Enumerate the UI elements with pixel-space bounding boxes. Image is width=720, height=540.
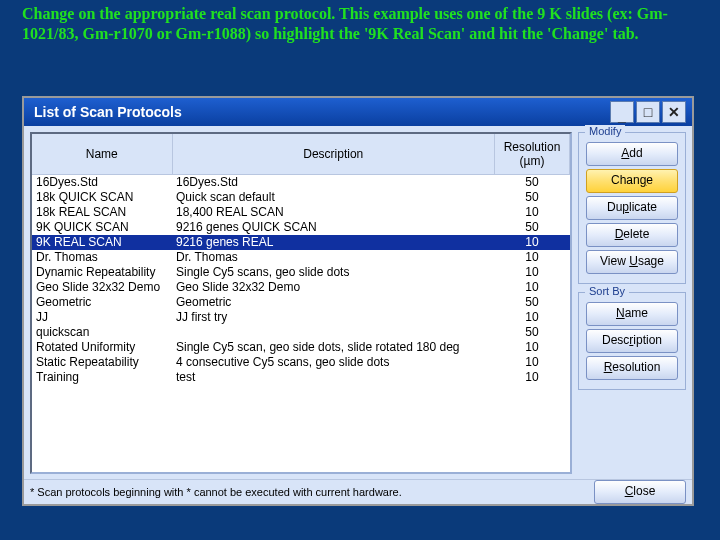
col-header-resolution[interactable]: Resolution (µm) — [495, 134, 570, 175]
table-row[interactable]: 9K QUICK SCAN9216 genes QUICK SCAN50 — [32, 220, 570, 235]
cell-description: Dr. Thomas — [172, 250, 495, 265]
cell-name: Dynamic Repeatability — [32, 265, 172, 280]
cell-description: 9216 genes REAL — [172, 235, 495, 250]
footer: * Scan protocols beginning with * cannot… — [24, 479, 692, 504]
cell-name: Rotated Uniformity — [32, 340, 172, 355]
cell-name: Dr. Thomas — [32, 250, 172, 265]
cell-description: Single Cy5 scans, geo slide dots — [172, 265, 495, 280]
cell-description: 16Dyes.Std — [172, 175, 495, 191]
cell-resolution: 10 — [495, 340, 570, 355]
protocol-list[interactable]: Name Description Resolution (µm) 16Dyes.… — [30, 132, 572, 474]
sort-resolution-button[interactable]: Resolution — [586, 356, 678, 380]
table-row[interactable]: Dr. ThomasDr. Thomas10 — [32, 250, 570, 265]
maximize-button[interactable]: □ — [636, 101, 660, 123]
cell-name: quickscan — [32, 325, 172, 340]
instruction-text: Change on the appropriate real scan prot… — [0, 0, 720, 50]
cell-description: 4 consecutive Cy5 scans, geo slide dots — [172, 355, 495, 370]
table-row[interactable]: quickscan50 — [32, 325, 570, 340]
close-icon: ✕ — [668, 105, 680, 119]
window-buttons: _ □ ✕ — [610, 101, 686, 123]
table-row[interactable]: 9K REAL SCAN9216 genes REAL10 — [32, 235, 570, 250]
cell-resolution: 50 — [495, 220, 570, 235]
cell-resolution: 50 — [495, 295, 570, 310]
cell-description: Quick scan default — [172, 190, 495, 205]
cell-resolution: 10 — [495, 265, 570, 280]
table-row[interactable]: 18k REAL SCAN18,400 REAL SCAN10 — [32, 205, 570, 220]
table-row[interactable]: GeometricGeometric50 — [32, 295, 570, 310]
cell-description: 18,400 REAL SCAN — [172, 205, 495, 220]
close-window-button[interactable]: ✕ — [662, 101, 686, 123]
duplicate-button[interactable]: Duplicate — [586, 196, 678, 220]
col-header-name[interactable]: Name — [32, 134, 172, 175]
cell-resolution: 10 — [495, 235, 570, 250]
cell-name: Geometric — [32, 295, 172, 310]
table-row[interactable]: Geo Slide 32x32 DemoGeo Slide 32x32 Demo… — [32, 280, 570, 295]
sort-by-group: Sort By Name Description Resolution — [578, 292, 686, 390]
modify-group-title: Modify — [585, 125, 625, 137]
sort-by-title: Sort By — [585, 285, 629, 297]
cell-resolution: 10 — [495, 280, 570, 295]
cell-resolution: 10 — [495, 355, 570, 370]
cell-description: Single Cy5 scan, geo side dots, slide ro… — [172, 340, 495, 355]
cell-name: 18k REAL SCAN — [32, 205, 172, 220]
protocol-table: Name Description Resolution (µm) 16Dyes.… — [32, 134, 570, 385]
side-panel: Modify Add Change Duplicate Delete View … — [578, 132, 686, 474]
cell-description — [172, 325, 495, 340]
cell-description: Geo Slide 32x32 Demo — [172, 280, 495, 295]
col-header-description[interactable]: Description — [172, 134, 495, 175]
modify-group: Modify Add Change Duplicate Delete View … — [578, 132, 686, 284]
close-button[interactable]: Close — [594, 480, 686, 504]
table-row[interactable]: 16Dyes.Std16Dyes.Std50 — [32, 175, 570, 191]
add-button[interactable]: Add — [586, 142, 678, 166]
cell-resolution: 50 — [495, 190, 570, 205]
cell-resolution: 10 — [495, 310, 570, 325]
cell-name: 9K REAL SCAN — [32, 235, 172, 250]
window-title: List of Scan Protocols — [34, 104, 610, 120]
minimize-icon: _ — [618, 109, 626, 123]
view-usage-button[interactable]: View Usage — [586, 250, 678, 274]
sort-name-button[interactable]: Name — [586, 302, 678, 326]
cell-description: JJ first try — [172, 310, 495, 325]
protocol-list-wrap: Name Description Resolution (µm) 16Dyes.… — [30, 132, 572, 474]
titlebar: List of Scan Protocols _ □ ✕ — [24, 98, 692, 126]
table-row[interactable]: Static Repeatability4 consecutive Cy5 sc… — [32, 355, 570, 370]
scan-protocols-window: List of Scan Protocols _ □ ✕ Name Descri… — [22, 96, 694, 506]
change-button[interactable]: Change — [586, 169, 678, 193]
maximize-icon: □ — [644, 105, 652, 119]
cell-name: Static Repeatability — [32, 355, 172, 370]
cell-resolution: 10 — [495, 250, 570, 265]
cell-resolution: 50 — [495, 175, 570, 191]
minimize-button[interactable]: _ — [610, 101, 634, 123]
cell-description: test — [172, 370, 495, 385]
cell-name: 9K QUICK SCAN — [32, 220, 172, 235]
delete-button[interactable]: Delete — [586, 223, 678, 247]
footer-note: * Scan protocols beginning with * cannot… — [30, 486, 594, 498]
cell-name: 16Dyes.Std — [32, 175, 172, 191]
cell-name: Training — [32, 370, 172, 385]
cell-name: JJ — [32, 310, 172, 325]
table-header-row: Name Description Resolution (µm) — [32, 134, 570, 175]
table-row[interactable]: Dynamic RepeatabilitySingle Cy5 scans, g… — [32, 265, 570, 280]
cell-resolution: 50 — [495, 325, 570, 340]
cell-resolution: 10 — [495, 370, 570, 385]
table-row[interactable]: 18k QUICK SCANQuick scan default50 — [32, 190, 570, 205]
sort-description-button[interactable]: Description — [586, 329, 678, 353]
cell-description: Geometric — [172, 295, 495, 310]
cell-description: 9216 genes QUICK SCAN — [172, 220, 495, 235]
table-row[interactable]: JJJJ first try10 — [32, 310, 570, 325]
cell-name: Geo Slide 32x32 Demo — [32, 280, 172, 295]
table-row[interactable]: Trainingtest10 — [32, 370, 570, 385]
table-row[interactable]: Rotated UniformitySingle Cy5 scan, geo s… — [32, 340, 570, 355]
cell-resolution: 10 — [495, 205, 570, 220]
cell-name: 18k QUICK SCAN — [32, 190, 172, 205]
client-area: Name Description Resolution (µm) 16Dyes.… — [24, 126, 692, 480]
